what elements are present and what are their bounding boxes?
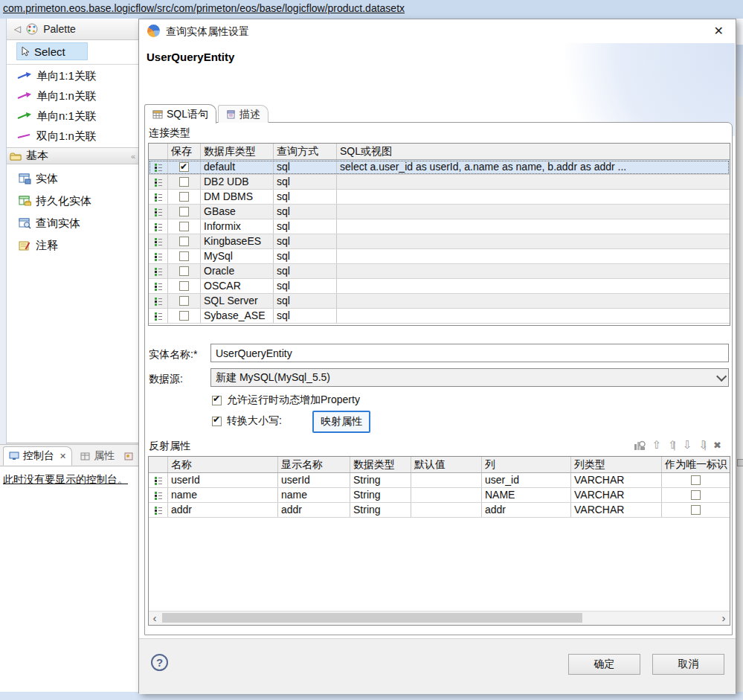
db-type-cell[interactable]: GBase (201, 205, 274, 219)
connection-row[interactable]: default sql select a.user_id as userId, … (149, 160, 730, 175)
property-row[interactable]: addr addr String addr VARCHAR (149, 503, 730, 518)
query-mode-cell[interactable]: sql (274, 279, 337, 293)
default-value-cell[interactable] (411, 473, 482, 487)
sql-cell[interactable] (337, 234, 730, 248)
query-mode-cell[interactable]: sql (274, 309, 337, 323)
move-top-icon[interactable]: ⇧| (668, 438, 676, 452)
sql-cell[interactable] (337, 249, 730, 263)
ok-button[interactable]: 确定 (568, 654, 640, 675)
column-type-cell[interactable]: VARCHAR (571, 503, 662, 517)
display-name-cell[interactable]: userId (278, 473, 350, 487)
db-type-cell[interactable]: KingbaseES (201, 234, 274, 248)
sql-cell[interactable] (337, 205, 730, 219)
palette-tool-query-entity[interactable]: 查询实体 (19, 214, 80, 232)
move-bottom-icon[interactable]: ⇩| (698, 438, 707, 452)
unique-checkbox[interactable] (691, 505, 701, 515)
sql-cell[interactable] (337, 190, 730, 204)
convert-case-checkbox[interactable] (212, 417, 222, 426)
column-cell[interactable]: user_id (482, 473, 571, 487)
query-mode-cell[interactable]: sql (274, 175, 337, 189)
pin-icon[interactable]: « (131, 152, 135, 161)
palette-tool-relation-1-1[interactable]: 单向1:1关联 (17, 68, 97, 84)
display-name-cell[interactable]: addr (278, 503, 350, 517)
palette-group-basic[interactable]: 基本 « (7, 147, 138, 164)
cancel-button[interactable]: 取消 (652, 654, 724, 675)
palette-tool-note[interactable]: 注释 (19, 237, 58, 254)
db-type-cell[interactable]: SQL Server (201, 294, 274, 308)
query-mode-cell[interactable]: sql (274, 264, 337, 278)
query-mode-cell[interactable]: sql (274, 219, 337, 234)
save-checkbox[interactable] (179, 237, 189, 246)
sql-cell[interactable] (337, 294, 730, 308)
tab-description[interactable]: 描述 (218, 105, 268, 123)
db-type-cell[interactable]: DB2 UDB (201, 175, 274, 189)
connection-row[interactable]: Oracle sql (149, 264, 730, 279)
db-type-cell[interactable]: Informix (201, 219, 274, 234)
map-properties-button[interactable]: 映射属性 (313, 411, 370, 432)
unique-checkbox[interactable] (691, 490, 701, 500)
sql-cell[interactable] (337, 279, 730, 293)
column-cell[interactable]: NAME (482, 488, 571, 502)
palette-tool-select[interactable]: Select (16, 42, 88, 60)
query-mode-cell[interactable]: sql (274, 205, 337, 219)
column-cell[interactable]: addr (482, 503, 571, 517)
connection-row[interactable]: Sybase_ASE sql (149, 309, 730, 324)
scrollbar-thumb[interactable] (162, 613, 582, 623)
collapse-palette-icon[interactable]: ◁ (14, 24, 21, 34)
connection-row[interactable]: SQL Server sql (149, 294, 730, 309)
save-checkbox[interactable] (179, 192, 189, 202)
scroll-right-icon[interactable]: › (718, 611, 730, 624)
move-up-icon[interactable]: ⇧ (652, 438, 662, 452)
data-type-cell[interactable]: String (350, 503, 411, 517)
connection-row[interactable]: DM DBMS sql (149, 190, 730, 205)
palette-tool-relation-1-n[interactable]: 单向1:n关联 (17, 88, 97, 104)
delete-icon[interactable]: ✖ (713, 440, 721, 451)
connection-row[interactable]: KingbaseES sql (149, 234, 730, 249)
db-type-cell[interactable]: OSCAR (201, 279, 274, 293)
display-name-cell[interactable]: name (278, 488, 350, 502)
tab-console[interactable]: 控制台 ✕ (3, 446, 72, 466)
name-cell[interactable]: addr (168, 503, 278, 517)
entity-name-input[interactable] (210, 344, 729, 362)
name-cell[interactable]: userId (168, 473, 278, 487)
connection-row[interactable]: MySql sql (149, 249, 730, 264)
tab-sql[interactable]: SQL语句 (144, 104, 216, 123)
query-mode-cell[interactable]: sql (274, 160, 337, 174)
query-mode-cell[interactable]: sql (274, 234, 337, 248)
sql-cell[interactable] (337, 219, 730, 234)
save-checkbox[interactable] (179, 177, 189, 187)
palette-tool-relation-bidir[interactable]: 双向1:n关联 (17, 128, 97, 144)
default-value-cell[interactable] (411, 488, 482, 502)
sql-cell[interactable] (337, 309, 730, 323)
palette-tool-persistent-entity[interactable]: 持久化实体 (19, 192, 91, 210)
save-checkbox[interactable] (179, 311, 189, 321)
dynamic-property-option[interactable]: 允许运行时动态增加Property (212, 394, 360, 407)
connection-row[interactable]: GBase sql (149, 205, 730, 219)
name-cell[interactable]: name (168, 488, 278, 502)
save-checkbox[interactable] (179, 281, 189, 291)
default-value-cell[interactable] (411, 503, 482, 517)
palette-tool-relation-n-1[interactable]: 单向n:1关联 (17, 108, 97, 124)
query-mode-cell[interactable]: sql (274, 249, 337, 263)
data-type-cell[interactable]: String (350, 488, 411, 502)
generate-properties-icon[interactable] (634, 440, 646, 451)
save-checkbox[interactable] (179, 162, 189, 172)
save-checkbox[interactable] (179, 207, 189, 216)
tab-partial[interactable] (119, 446, 139, 466)
close-tab-icon[interactable]: ✕ (59, 452, 66, 461)
save-checkbox[interactable] (179, 266, 189, 276)
db-type-cell[interactable]: DM DBMS (201, 190, 274, 204)
dynamic-property-checkbox[interactable] (212, 396, 222, 405)
dialog-titlebar[interactable]: 查询实体属性设置 ✕ (139, 19, 736, 43)
db-type-cell[interactable]: Oracle (201, 264, 274, 278)
data-type-cell[interactable]: String (350, 473, 411, 487)
save-checkbox[interactable] (179, 222, 189, 231)
column-type-cell[interactable]: VARCHAR (571, 473, 662, 487)
connection-row[interactable]: Informix sql (149, 219, 730, 234)
db-type-cell[interactable]: MySql (201, 249, 274, 263)
connection-row[interactable]: DB2 UDB sql (149, 175, 730, 190)
convert-case-option[interactable]: 转换大小写: (212, 414, 282, 428)
close-icon[interactable]: ✕ (714, 24, 724, 38)
move-down-icon[interactable]: ⇩ (683, 438, 692, 452)
save-checkbox[interactable] (179, 296, 189, 306)
